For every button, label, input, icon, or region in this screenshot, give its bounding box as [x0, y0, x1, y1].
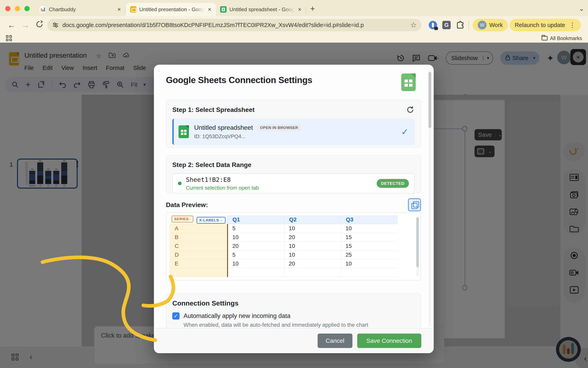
step1-heading: Step 1: Select Spreadsheet: [172, 106, 254, 113]
x-labels-badge: X-LABELS→: [197, 217, 226, 224]
sheets-connection-dialog: Google Sheets Connection Settings Step 1…: [154, 65, 434, 353]
checkbox-description: When enabled, data will be auto-fetched …: [183, 322, 415, 328]
step2-heading: Step 2: Select Data Range: [172, 161, 251, 169]
profile-chip[interactable]: W Work: [472, 19, 508, 31]
dialog-footer: Cancel Save Connection: [154, 328, 434, 353]
cell-value: 20: [284, 233, 341, 242]
spreadsheet-item[interactable]: Untitled spreadsheet OPEN IN BROWSER ID:…: [172, 119, 415, 145]
relaunch-label: Relaunch to update: [515, 22, 565, 28]
status-dot: [178, 182, 181, 185]
close-icon[interactable]: ×: [117, 6, 122, 13]
data-range-item[interactable]: Sheet1!B2:E8 Current selection from open…: [172, 173, 415, 193]
cell-value: 10: [227, 233, 284, 242]
avatar: W: [478, 21, 487, 29]
cancel-button[interactable]: Cancel: [318, 334, 352, 348]
cell-value: 25: [341, 250, 398, 259]
tab-title: Untitled spreadsheet - Goog: [229, 6, 294, 13]
tab-title: Chartbuddy: [49, 6, 114, 13]
table-row: D51025: [170, 250, 398, 259]
cell-value: 15: [341, 242, 398, 250]
tab-spreadsheet[interactable]: Untitled spreadsheet - Goog ×: [216, 3, 306, 16]
address-bar[interactable]: docs.google.com/presentation/d/1b5f7OB8t…: [47, 19, 422, 31]
cell-value: 5: [227, 224, 284, 233]
screen: Chartbuddy × Untitled presentation - Goo…: [0, 0, 588, 368]
chartbuddy-icon: [40, 6, 46, 13]
forward-button[interactable]: →: [19, 21, 32, 30]
step1-section: Step 1: Select Spreadsheet Untitled spre…: [166, 100, 421, 147]
column-header: Q3: [341, 215, 398, 224]
bookmark-star-icon[interactable]: ☆: [410, 21, 417, 29]
auto-apply-checkbox[interactable]: ✓: [172, 312, 180, 320]
column-header: Q1: [227, 215, 284, 224]
url-text[interactable]: docs.google.com/presentation/d/1b5f7OB8t…: [63, 22, 407, 28]
cell-value: 10: [284, 224, 341, 233]
close-window-button[interactable]: [5, 6, 10, 11]
dialog-title: Google Sheets Connection Settings: [166, 74, 312, 85]
google-sheets-icon: [179, 125, 189, 138]
all-bookmarks-button[interactable]: All Bookmarks: [542, 36, 582, 41]
table-row: B102015: [170, 233, 398, 242]
new-tab-button[interactable]: +: [306, 4, 319, 16]
google-sheets-icon: [401, 74, 416, 91]
data-preview-table: X-LABELS→ SERIES↓ Q1Q2Q3 A51010B102015C2…: [170, 215, 398, 277]
table-row: C201015: [170, 242, 398, 250]
profile-label: Work: [489, 22, 503, 28]
cell-value: 10: [284, 242, 341, 250]
range-note: Current selection from open tab: [186, 185, 377, 191]
google-sheets-icon: [220, 6, 226, 13]
extensions-puzzle-icon[interactable]: [456, 21, 465, 29]
minimize-window-button[interactable]: [15, 6, 20, 11]
open-in-browser-badge[interactable]: OPEN IN BROWSER: [257, 124, 301, 131]
modal-scrollbar[interactable]: [428, 70, 431, 327]
spreadsheet-id: ID: 1Q53DZcqVPQ4...: [194, 133, 401, 139]
browser-tab-strip: Chartbuddy × Untitled presentation - Goo…: [0, 0, 588, 16]
row-label: C: [170, 242, 227, 250]
toolbar-divider: [468, 20, 469, 30]
data-preview-label: Data Preview:: [166, 201, 208, 209]
table-row: E102010: [170, 259, 398, 268]
close-icon[interactable]: ×: [297, 6, 302, 13]
cell-value: 5: [227, 250, 284, 259]
open-preview-button copy-table-icon[interactable]: [408, 198, 421, 211]
browser-toolbar: ← → docs.google.com/presentation/d/1b5f7…: [0, 16, 588, 34]
g-extension-icon[interactable]: G: [442, 21, 451, 29]
row-label: B: [170, 233, 227, 242]
row-label: A: [170, 224, 227, 233]
close-icon[interactable]: ×: [207, 6, 212, 13]
checkbox-label: Automatically apply new incoming data: [183, 312, 290, 320]
row-label: D: [170, 250, 227, 259]
maximize-window-button[interactable]: [24, 6, 30, 11]
cell-value: 20: [227, 242, 284, 250]
table-corner-cell: X-LABELS→ SERIES↓: [170, 215, 227, 224]
apps-grid-icon[interactable]: [6, 35, 12, 41]
site-settings-icon[interactable]: [52, 22, 59, 28]
back-button[interactable]: ←: [5, 21, 18, 30]
range-value: Sheet1!B2:E8: [186, 176, 377, 183]
cell-value: 10: [227, 259, 284, 268]
reload-button[interactable]: [33, 20, 46, 30]
selected-check-icon: ✓: [401, 127, 408, 137]
tab-search-chevron-icon[interactable]: ⌄: [579, 4, 585, 12]
save-connection-button[interactable]: Save Connection: [357, 334, 422, 348]
cell-value: 15: [341, 233, 398, 242]
data-preview-table-container: X-LABELS→ SERIES↓ Q1Q2Q3 A51010B102015C2…: [166, 212, 421, 281]
spreadsheet-name: Untitled spreadsheet: [194, 124, 253, 131]
connection-settings-heading: Connection Settings: [172, 299, 415, 307]
browser-menu-icon[interactable]: ⋮: [569, 21, 576, 29]
detected-badge: DETECTED: [377, 179, 409, 188]
cell-value: 10: [341, 224, 398, 233]
extension-icons: G: [429, 21, 465, 29]
table-row: A51010: [170, 224, 398, 233]
relaunch-button[interactable]: Relaunch to update ⋮: [510, 19, 581, 31]
table-scrollbar[interactable]: [416, 216, 419, 276]
password-manager-icon[interactable]: [429, 21, 437, 29]
bookmarks-bar: All Bookmarks: [0, 34, 588, 43]
step2-section: Step 2: Select Data Range Sheet1!B2:E8 C…: [166, 155, 421, 193]
tab-presentation[interactable]: Untitled presentation - Goog ×: [126, 3, 216, 16]
scrollbar-thumb: [416, 217, 419, 267]
tab-chartbuddy[interactable]: Chartbuddy ×: [35, 3, 125, 16]
tab-title: Untitled presentation - Goog: [139, 6, 204, 13]
folder-icon: [542, 36, 548, 40]
cell-value: 10: [284, 250, 341, 259]
refresh-icon[interactable]: [406, 106, 415, 114]
